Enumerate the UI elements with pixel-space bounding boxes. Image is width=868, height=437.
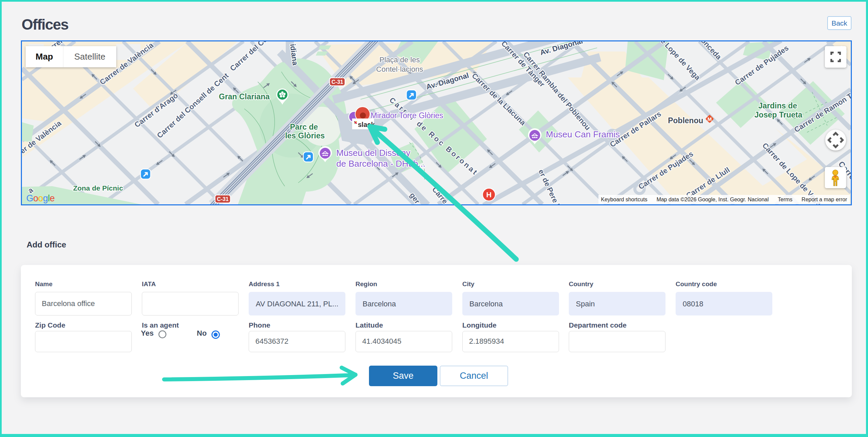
- svg-text:de Barcelona - DHub...: de Barcelona - DHub...: [336, 159, 425, 169]
- svg-text:Gran Clariana: Gran Clariana: [219, 92, 270, 101]
- svg-text:Zona de Pícnic: Zona de Pícnic: [73, 184, 123, 192]
- svg-text:M: M: [708, 116, 712, 122]
- svg-text:Museu Can Framis: Museu Can Framis: [546, 129, 620, 139]
- svg-text:les Glòries: les Glòries: [285, 131, 325, 140]
- svg-text:Poblenou: Poblenou: [668, 116, 703, 125]
- svg-text:Parc de: Parc de: [290, 123, 318, 131]
- svg-text:C-31: C-31: [217, 196, 229, 202]
- svg-text:slack: slack: [358, 121, 375, 128]
- svg-text:Mirador Torre Glòries: Mirador Torre Glòries: [371, 111, 443, 120]
- svg-text:H: H: [486, 191, 492, 199]
- svg-text:Jardins de: Jardins de: [758, 101, 797, 110]
- svg-text:Plaça de les: Plaça de les: [379, 56, 420, 64]
- svg-text:C-31: C-31: [332, 79, 343, 85]
- svg-text:Josep Trueta: Josep Trueta: [754, 110, 802, 119]
- svg-text:Contel·lacions: Contel·lacions: [376, 65, 423, 73]
- svg-text:Museu del Disseny: Museu del Disseny: [336, 148, 410, 158]
